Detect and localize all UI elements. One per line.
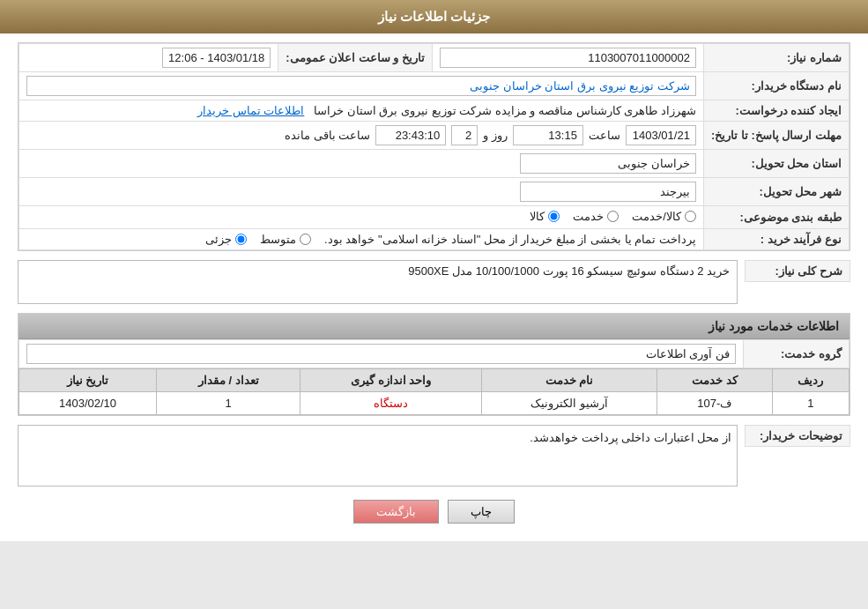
table-row: نوع فرآیند خرید : پرداخت تمام یا بخشی از… (19, 229, 849, 250)
tabaqe-radios: کالا/خدمت خدمت کالا (19, 206, 704, 229)
radio-khedmat[interactable]: خدمت (573, 210, 619, 223)
shomara-niaz-value: 1103007011000002 (433, 44, 704, 72)
page-wrapper: جزئیات اطلاعات نیاز شماره نیاز: 11030070… (0, 0, 868, 541)
general-info-table: شماره نیاز: 1103007011000002 تاریخ و ساع… (19, 43, 849, 250)
ijad-link[interactable]: اطلاعات تماس خریدار (197, 104, 304, 117)
table-row: شماره نیاز: 1103007011000002 تاریخ و ساع… (19, 44, 849, 72)
radio-khedmat-input[interactable] (607, 211, 619, 222)
nooe-label: نوع فرآیند خرید : (703, 229, 849, 250)
shahr-label: شهر محل تحویل: (703, 178, 849, 206)
general-info-block: شماره نیاز: 1103007011000002 تاریخ و ساع… (18, 42, 850, 251)
cell-vahed: دستگاه (300, 392, 482, 415)
nam-dastgah-value: شرکت توزیع نیروی برق استان خراسان جنوبی (19, 72, 704, 100)
nam-dastgah-label: نام دستگاه خریدار: (703, 72, 849, 100)
khadamat-section: اطلاعات خدمات مورد نیاز گروه خدمت: فن آو… (18, 313, 850, 416)
baqi-label: ساعت باقی مانده (285, 129, 370, 142)
col-code: کد خدمت (657, 369, 772, 392)
radio-motavasset[interactable]: متوسط (260, 233, 311, 246)
khadamat-info-table: گروه خدمت: فن آوری اطلاعات (19, 339, 849, 368)
cell-name: آرشیو الکترونیک (482, 392, 657, 415)
tosihaat-box: از محل اعتبارات داخلی پرداخت خواهدشد. (18, 425, 738, 486)
services-tbody: 1 ف-107 آرشیو الکترونیک دستگاه 1 1403/02… (19, 392, 849, 415)
cell-tarikh: 1403/02/10 (19, 392, 157, 415)
radio-jozoi-input[interactable] (235, 234, 247, 245)
header-bar: جزئیات اطلاعات نیاز (0, 0, 868, 33)
header-title: جزئیات اطلاعات نیاز (378, 9, 490, 24)
print-button[interactable]: چاپ (448, 500, 515, 524)
saat-label: ساعت (589, 129, 620, 142)
table-row: 1 ف-107 آرشیو الکترونیک دستگاه 1 1403/02… (19, 392, 849, 415)
ijad-label: ایجاد کننده درخواست: (703, 100, 849, 122)
table-row: ایجاد کننده درخواست: شهرزاد طاهری کارشنا… (19, 100, 849, 122)
khadamat-section-title: اطلاعات خدمات مورد نیاز (19, 314, 849, 339)
buttons-row: چاپ بازگشت (18, 500, 850, 524)
radio-kala-khedmat-input[interactable] (685, 211, 696, 222)
shahr-value: بیرجند (19, 178, 704, 206)
table-row: استان محل تحویل: خراسان جنوبی (19, 150, 849, 178)
nooe-value: پرداخت تمام یا بخشی از مبلغ خریدار از مح… (19, 229, 704, 250)
services-table-head: ردیف کد خدمت نام خدمت واحد اندازه گیری ت… (19, 369, 849, 392)
tosihaat-label: توضیحات خریدار: (745, 425, 850, 447)
cell-tedad: 1 (157, 392, 300, 415)
mohlat-label: مهلت ارسال پاسخ: تا تاریخ: (703, 122, 849, 150)
main-content: شماره نیاز: 1103007011000002 تاریخ و ساع… (0, 33, 868, 541)
table-row: نام دستگاه خریدار: شرکت توزیع نیروی برق … (19, 72, 849, 100)
radio-kala-input[interactable] (548, 211, 560, 222)
col-tarikh: تاریخ نیاز (19, 369, 157, 392)
col-tedad: تعداد / مقدار (157, 369, 300, 392)
ostan-value: خراسان جنوبی (19, 150, 704, 178)
sharh-niaz-value: خرید 2 دستگاه سوئیچ سیسکو 16 پورت 10/100… (18, 260, 738, 304)
back-button[interactable]: بازگشت (353, 500, 439, 524)
services-table: ردیف کد خدمت نام خدمت واحد اندازه گیری ت… (19, 368, 849, 415)
col-vahed: واحد اندازه گیری (300, 369, 482, 392)
ostan-label: استان محل تحویل: (703, 150, 849, 178)
cell-radif: 1 (772, 392, 849, 415)
mohlat-value: 1403/01/21 ساعت 13:15 روز و 2 23:43:10 س… (19, 122, 704, 150)
col-name: نام خدمت (482, 369, 657, 392)
sharh-niaz-label: شرح کلی نیاز: (745, 260, 850, 282)
nooe-row: پرداخت تمام یا بخشی از مبلغ خریدار از مح… (26, 233, 696, 246)
radio-motavasset-input[interactable] (300, 234, 311, 245)
radio-jozoi[interactable]: جزئی (205, 233, 247, 246)
col-radif: ردیف (772, 369, 849, 392)
grooh-value: فن آوری اطلاعات (19, 340, 744, 368)
cell-code: ف-107 (657, 392, 772, 415)
table-row: طبقه بندی موضوعی: کالا/خدمت خدمت (19, 206, 849, 229)
table-row: گروه خدمت: فن آوری اطلاعات (19, 340, 849, 368)
ijad-value: شهرزاد طاهری کارشناس مناقصه و مزایده شرک… (19, 100, 704, 122)
grooh-label: گروه خدمت: (744, 340, 849, 368)
tarikh-aalan-label: تاریخ و ساعت اعلان عمومی: (278, 44, 433, 72)
sharh-niaz-section: شرح کلی نیاز: خرید 2 دستگاه سوئیچ سیسکو … (18, 260, 850, 304)
rooz-label: روز و (483, 129, 508, 142)
shomara-niaz-label: شماره نیاز: (703, 44, 849, 72)
tarikh-aalan-value: 1403/01/18 - 12:06 (19, 44, 278, 72)
table-header-row: ردیف کد خدمت نام خدمت واحد اندازه گیری ت… (19, 369, 849, 392)
table-row: مهلت ارسال پاسخ: تا تاریخ: 1403/01/21 سا… (19, 122, 849, 150)
radio-kala-khedmat[interactable]: کالا/خدمت (632, 210, 696, 223)
tosihaat-section: توضیحات خریدار: از محل اعتبارات داخلی پر… (18, 425, 850, 486)
table-row: شهر محل تحویل: بیرجند (19, 178, 849, 206)
radio-group-tabaqe: کالا/خدمت خدمت کالا (530, 210, 696, 223)
radio-kala[interactable]: کالا (530, 210, 560, 223)
date-time-row: 1403/01/21 ساعت 13:15 روز و 2 23:43:10 س… (26, 125, 696, 145)
tabaqe-label: طبقه بندی موضوعی: (703, 206, 849, 229)
